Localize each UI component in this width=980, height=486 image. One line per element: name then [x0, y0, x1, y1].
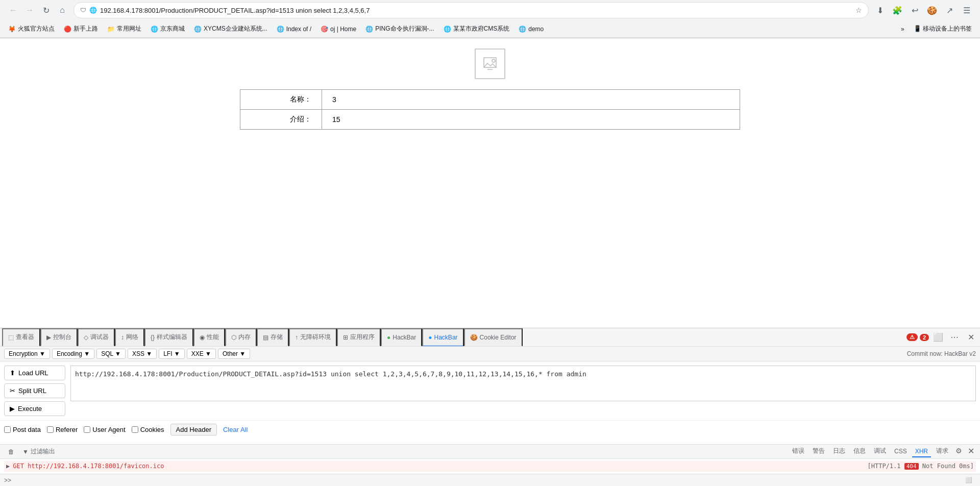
downloads-button[interactable]: ⬇	[873, 3, 887, 17]
bookmark-mobile[interactable]: 📱 移动设备上的书签	[910, 22, 976, 35]
bookmark-common[interactable]: 📁 常用网址	[103, 22, 145, 35]
bookmark-icon: 📁	[107, 26, 115, 33]
table-cell-value: 3	[322, 90, 740, 110]
reload-button[interactable]: ↻	[39, 3, 53, 17]
browser-chrome: ← → ↻ ⌂ 🛡 🌐 192.168.4.178:8001/Productio…	[0, 0, 980, 38]
address-bar[interactable]: 🛡 🌐 192.168.4.178:8001/Production/PRODUC…	[74, 2, 869, 18]
bookmark-oj[interactable]: 🎯 oj | Home	[316, 23, 360, 35]
bookmark-icon: 🌐	[277, 26, 284, 33]
bookmark-huhu[interactable]: 🦊 火狐官方站点	[4, 22, 59, 35]
site-icon: 🌐	[89, 7, 97, 14]
bookmark-label: 京东商城	[160, 25, 185, 33]
bookmark-icon: 🔴	[64, 26, 71, 33]
bookmark-xycms[interactable]: 🌐 XYCMS企业建站系统...	[190, 22, 272, 35]
bookmark-jd[interactable]: 🌐 京东商城	[146, 22, 189, 35]
bookmark-cms[interactable]: 🌐 某某市政府CMS系统	[439, 22, 514, 35]
table-row: 名称： 3	[240, 90, 740, 110]
bookmark-icon: 🌐	[519, 26, 526, 33]
bookmark-label: oj | Home	[330, 26, 356, 33]
table-cell-label: 名称：	[240, 90, 322, 110]
content-area: 名称： 3 介绍： 15	[0, 38, 980, 328]
table-cell-label: 介绍：	[240, 110, 322, 130]
page-content: 名称： 3 介绍： 15	[0, 38, 980, 140]
toolbar-right: ⬇ 🧩 ↩ 🍪 ↗ ☰	[873, 3, 974, 17]
table-cell-value: 15	[322, 110, 740, 130]
bookmark-icon: 🌐	[365, 26, 373, 33]
devtools-panel: ⬚ 查看器 ▶ 控制台 ◇ 调试器 ↕ 网络 {} 样式编辑器 ◉ 性能 ⬡ 内…	[0, 328, 980, 328]
share-button[interactable]: ↗	[942, 3, 957, 17]
bookmark-label: 某某市政府CMS系统	[453, 25, 510, 33]
bookmark-ping[interactable]: 🌐 PING命令执行漏洞-...	[361, 22, 438, 35]
back-button[interactable]: ←	[6, 3, 20, 17]
table-row: 介绍： 15	[240, 110, 740, 130]
page-broken-image	[475, 48, 505, 79]
bookmark-label: 新手上路	[74, 25, 98, 33]
undo-button[interactable]: ↩	[908, 3, 922, 17]
svg-point-1	[492, 59, 495, 62]
cookie-button[interactable]: 🍪	[925, 3, 939, 17]
bookmark-label: Index of /	[286, 26, 311, 33]
bookmark-demo[interactable]: 🌐 demo	[514, 23, 548, 35]
bookmark-label: XYCMS企业建站系统...	[204, 25, 267, 33]
extensions-button[interactable]: 🧩	[890, 3, 904, 17]
bookmark-index[interactable]: 🌐 Index of /	[273, 23, 315, 35]
bookmark-star-icon[interactable]: ☆	[855, 6, 862, 14]
forward-button[interactable]: →	[22, 3, 37, 17]
bookmark-more[interactable]: »	[897, 23, 909, 35]
bookmark-newbie[interactable]: 🔴 新手上路	[60, 22, 102, 35]
bookmark-label: PING命令执行漏洞-...	[375, 25, 434, 33]
bookmark-icon: 🎯	[321, 26, 328, 33]
security-icon: 🛡	[80, 7, 86, 14]
data-table: 名称： 3 介绍： 15	[240, 89, 740, 130]
bookmark-icon: 🦊	[8, 26, 16, 33]
bookmark-icon: 🌐	[151, 26, 158, 33]
nav-buttons: ← → ↻ ⌂	[6, 3, 69, 17]
bookmark-icon: 🌐	[444, 26, 451, 33]
bookmark-icon: 🌐	[194, 26, 202, 33]
bookmark-label: 火狐官方站点	[18, 25, 55, 33]
bookmarks-bar: 🦊 火狐官方站点 🔴 新手上路 📁 常用网址 🌐 京东商城 🌐 XYCMS企业建…	[0, 20, 980, 38]
menu-button[interactable]: ☰	[960, 3, 974, 17]
bookmark-label: 📱 移动设备上的书签	[914, 25, 972, 33]
home-button[interactable]: ⌂	[55, 3, 69, 17]
title-bar: ← → ↻ ⌂ 🛡 🌐 192.168.4.178:8001/Productio…	[0, 0, 980, 20]
bookmark-label: 常用网址	[117, 25, 141, 33]
url-text: 192.168.4.178:8001/Production/PRODUCT_DE…	[100, 7, 852, 14]
bookmark-label: demo	[528, 26, 544, 33]
